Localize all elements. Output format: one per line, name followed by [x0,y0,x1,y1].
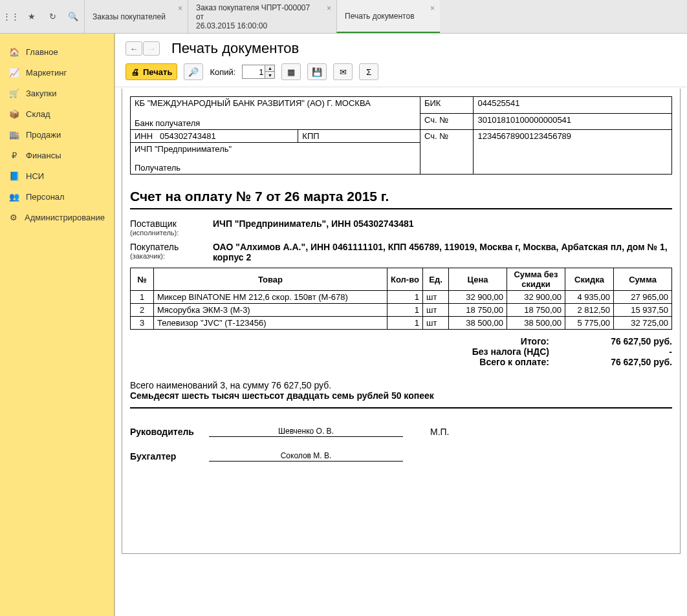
search-icon[interactable]: 🔍 [66,10,80,24]
itogo-value: 76 627,50 руб. [569,336,672,346]
export-button[interactable]: ▦ [281,63,301,80]
topbar: ⋮⋮ ★ ↻ 🔍 Заказы покупателей × Заказ поку… [0,0,687,34]
supplier-value: ИЧП "Предприниматель", ИНН 054302743481 [213,218,672,237]
cell-discount: 5 775,00 [565,317,614,330]
bik-value: 044525541 [477,98,519,108]
cell-qty: 1 [387,304,423,317]
step-down-icon[interactable]: ▼ [265,72,274,78]
payer-acc-value: 12345678900123456789 [477,131,571,141]
sidebar-item-main[interactable]: 🏠Главное [0,41,114,62]
home-icon: 🏠 [9,47,19,57]
sidebar-item-warehouse[interactable]: 📦Склад [0,103,114,124]
bik-label: БИК [424,98,441,108]
step-up-icon[interactable]: ▲ [265,65,274,72]
head-label: Руководитель [130,427,208,437]
sidebar-item-label: Администрирование [25,213,105,222]
vat-value: - [569,346,672,357]
cell-sum-nod: 38 500,00 [507,317,565,330]
divider [130,407,672,409]
table-icon: ▦ [287,67,296,76]
cell-price: 18 750,00 [449,304,507,317]
forward-button[interactable]: → [143,41,160,56]
email-button[interactable]: ✉ [333,63,353,80]
close-icon[interactable]: × [430,4,435,13]
table-row: 3 Телевизор "JVC" (Т-123456) 1 шт 38 500… [131,317,672,330]
box-icon: 📦 [9,109,19,119]
sidebar-item-purchases[interactable]: 🛒Закупки [0,83,114,103]
cell-price: 32 900,00 [449,291,507,304]
star-icon[interactable]: ★ [25,10,39,24]
print-label: Печать [143,67,172,77]
sidebar: 🏠Главное 📈Маркетинг 🛒Закупки 📦Склад 🏬Про… [0,34,114,616]
cart-icon: 🛒 [9,88,19,98]
close-icon[interactable]: × [178,4,182,13]
print-button[interactable]: 🖨Печать [125,63,177,80]
cell-sum: 32 725,00 [614,317,672,330]
bank-name: КБ "МЕЖДУНАРОДНЫЙ БАНК РАЗВИТИЯ" (АО) Г.… [135,98,416,108]
menu-icon[interactable]: ⋮⋮ [4,10,18,24]
itogo-label: Итого: [130,336,569,346]
tab-orders[interactable]: Заказы покупателей × [84,0,188,33]
people-icon: 👥 [9,191,19,202]
recipient-label: Получатель [135,163,416,173]
topbar-icons: ⋮⋮ ★ ↻ 🔍 [0,0,84,33]
cell-n: 1 [131,291,154,304]
cell-n: 2 [131,304,154,317]
bank-recipient-label: Банк получателя [135,118,416,128]
mp-label: М.П. [430,427,450,437]
payer-acc-label: Сч. № [424,131,448,141]
tabs: Заказы покупателей × Заказ покупателя ЧП… [84,0,440,33]
supplier-label: Поставщик [130,218,201,229]
sum-button[interactable]: Σ [359,63,378,80]
content: ← → Печать документов 🖨Печать 🔎 Копий: ▲… [114,34,687,616]
items-table: № Товар Кол-во Ед. Цена Сумма без скидки… [130,268,672,330]
floppy-icon: 💾 [312,67,322,76]
kpp-label: КПП [302,131,319,141]
cell-unit: шт [423,291,449,304]
tab-order-detail[interactable]: Заказ покупателя ЧПРТ-000007 от 26.03.20… [188,0,336,33]
recipient-name: ИЧП "Предприниматель" [135,144,416,154]
table-row: 2 Мясорубка ЭКМ-3 (М-3) 1 шт 18 750,00 1… [131,304,672,317]
history-icon[interactable]: ↻ [45,10,60,24]
sidebar-item-marketing[interactable]: 📈Маркетинг [0,62,114,83]
bank-table: КБ "МЕЖДУНАРОДНЫЙ БАНК РАЗВИТИЯ" (АО) Г.… [130,96,672,175]
back-button[interactable]: ← [125,41,142,56]
tab-label: Заказ покупателя ЧПРТ-000007 от [196,3,318,21]
sidebar-item-sales[interactable]: 🏬Продажи [0,124,114,145]
toolbar: 🖨Печать 🔎 Копий: ▲▼ ▦ 💾 ✉ Σ [115,59,687,87]
tab-print-docs[interactable]: Печать документов × [336,0,440,33]
total-value: 76 627,50 руб. [569,357,672,367]
acc-name: Соколов М. В. [209,451,403,462]
sidebar-item-label: Склад [26,109,50,119]
col-n: № [131,268,154,291]
buyer-label: Покупатель [130,242,201,252]
table-row: 1 Миксер BINATONE HM 212,6 скор. 150вт (… [131,291,672,304]
buyer-sub: (заказчик): [130,252,201,260]
divider [130,208,672,209]
copies-input[interactable] [243,65,265,78]
cell-qty: 1 [387,291,423,304]
sidebar-item-nsi[interactable]: 📘НСИ [0,165,114,186]
sigma-icon: Σ [364,67,373,76]
col-sum-nod: Сумма без скидки [507,268,565,291]
invoice-title: Счет на оплату № 7 от 26 марта 2015 г. [130,189,672,204]
preview-icon: 🔎 [189,67,198,76]
preview-button[interactable]: 🔎 [184,63,203,80]
cell-unit: шт [423,304,449,317]
cell-qty: 1 [387,317,423,330]
cell-unit: шт [423,317,449,330]
sidebar-item-finance[interactable]: ₽Финансы [0,145,114,165]
summary-words: Семьдесят шесть тысяч шестьсот двадцать … [130,390,672,401]
copies-stepper[interactable]: ▲▼ [242,65,275,79]
cell-n: 3 [131,317,154,330]
cell-name: Телевизор "JVC" (Т-123456) [154,317,387,330]
store-icon: 🏬 [9,129,19,140]
chart-icon: 📈 [9,67,19,78]
mail-icon: ✉ [338,67,347,76]
sidebar-item-personnel[interactable]: 👥Персонал [0,186,114,207]
sidebar-item-label: Финансы [26,151,61,160]
sidebar-item-admin[interactable]: ⚙Администрирование [0,207,114,228]
close-icon[interactable]: × [327,4,331,13]
save-button[interactable]: 💾 [307,63,327,80]
sidebar-item-label: Продажи [26,130,61,140]
